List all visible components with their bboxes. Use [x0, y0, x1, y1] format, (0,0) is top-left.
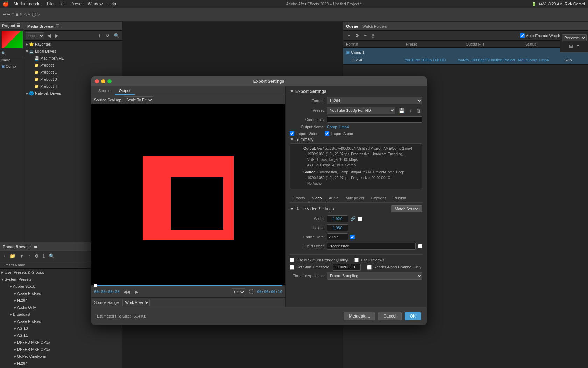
output-name-link[interactable]: Comp 1.mp4 — [327, 125, 349, 129]
height-input[interactable] — [327, 224, 348, 231]
timecode-value-input[interactable] — [333, 264, 361, 271]
frame-rate-input[interactable] — [327, 233, 348, 240]
upload-preset-btn[interactable]: ↑ — [27, 253, 32, 259]
field-order-input[interactable] — [327, 243, 416, 250]
menu-preset[interactable]: Preset — [71, 1, 83, 6]
output-tab[interactable]: Output — [115, 87, 135, 95]
summary-header[interactable]: ▼ Summary — [290, 137, 422, 142]
export-settings-header[interactable]: ▼ Export Settings — [290, 89, 422, 94]
preboot1-item[interactable]: 📁 Preboot 1 — [24, 69, 122, 76]
location-dropdown[interactable]: Local — [26, 32, 44, 39]
max-quality-checkbox[interactable] — [290, 258, 294, 262]
info-preset-btn[interactable]: ℹ — [42, 253, 46, 259]
metadata-button[interactable]: Metadata... — [344, 312, 375, 320]
source-tab[interactable]: Source — [94, 87, 115, 95]
width-input[interactable] — [327, 215, 348, 222]
duplicate-queue-btn[interactable]: ⎘ — [370, 32, 376, 39]
export-audio-checkbox[interactable] — [325, 131, 329, 136]
remove-queue-btn[interactable]: − — [363, 32, 369, 39]
queue-preset-value[interactable]: YouTube 1080p Full HD — [405, 58, 458, 62]
source-scaling-select[interactable]: Scale To Fit — [124, 96, 153, 103]
folder-preset-btn[interactable]: 📁 — [8, 253, 17, 259]
menu-edit[interactable]: Edit — [58, 1, 66, 6]
refresh-btn[interactable]: ↺ — [104, 32, 111, 39]
use-previews-checkbox[interactable] — [354, 258, 359, 262]
search-btn[interactable]: 🔍 — [112, 32, 121, 39]
timeline-scrubber[interactable] — [94, 285, 282, 286]
recommended-dropdown[interactable]: Recommended — [562, 34, 587, 41]
source-range-select[interactable]: Work Area — [122, 299, 150, 306]
queue-output-value[interactable]: /var/fo...0000gq/T/Untitled Project_AME/… — [458, 58, 565, 62]
filter-btn[interactable]: ⊤ — [96, 32, 103, 39]
down-preset-btn[interactable]: ▼ — [18, 253, 26, 259]
set-timecode-checkbox[interactable] — [290, 265, 294, 270]
multiplexer-tab-btn[interactable]: Multiplexer — [342, 195, 368, 202]
use-previews-label: Use Previews — [361, 258, 384, 262]
settings-preset-btn[interactable]: ⚙ — [33, 253, 40, 259]
captions-tab-btn[interactable]: Captions — [368, 195, 390, 202]
apple-menu[interactable]: 🍎 — [3, 1, 9, 7]
h264-2-item[interactable]: ▶ H.264 — [0, 360, 122, 367]
queue-tab[interactable]: Queue — [346, 24, 358, 28]
search-preset-btn[interactable]: 🔍 — [48, 253, 56, 259]
rewind-btn[interactable]: ◀◀ — [122, 288, 132, 295]
gopro-item[interactable]: ▶ GoPro CineForm — [0, 353, 122, 360]
link-dimensions-icon[interactable]: 🔗 — [350, 216, 356, 222]
as10-item[interactable]: ▶ AS-10 — [0, 325, 122, 332]
save-preset-btn[interactable]: 💾 — [398, 107, 406, 114]
favorites-item[interactable]: ▶ ⭐ Favorites — [24, 41, 122, 48]
import-preset-btn[interactable]: ↓ — [408, 107, 413, 114]
match-source-button[interactable]: Match Source — [391, 205, 422, 212]
cancel-button[interactable]: Cancel — [378, 312, 401, 320]
maximize-button[interactable] — [107, 79, 112, 83]
fullscreen-btn[interactable]: ⛶ — [247, 288, 255, 295]
menu-help[interactable]: Help — [107, 1, 116, 6]
local-drives-item[interactable]: ▶ 💻 Local Drives — [24, 48, 122, 55]
ok-button[interactable]: OK — [405, 312, 421, 320]
export-video-checkbox[interactable] — [290, 131, 294, 136]
nav-forward-btn[interactable]: ▶ — [54, 32, 60, 39]
field-order-checkbox[interactable] — [418, 244, 422, 248]
menu-media-encoder[interactable]: Media Encoder — [14, 1, 42, 6]
macintosh-hd-item[interactable]: 💾 Macintosh HD — [24, 55, 122, 62]
panel-menu-icon[interactable]: ☰ — [16, 23, 20, 28]
video-tab-btn[interactable]: Video — [308, 195, 325, 202]
auto-encode-checkbox[interactable] — [520, 33, 525, 38]
width-checkbox[interactable] — [358, 217, 362, 221]
media-browser-menu[interactable]: ☰ — [56, 24, 59, 28]
minimize-button[interactable] — [101, 79, 105, 83]
search-bar[interactable]: 🔍 — [1, 51, 23, 55]
scrubber-handle[interactable] — [94, 284, 97, 287]
add-queue-btn[interactable]: + — [346, 32, 352, 39]
add-preset-btn[interactable]: + — [1, 253, 7, 259]
dnxhr-item[interactable]: ▶ DNxHR MXF OP1a — [0, 346, 122, 353]
dnxhd-item[interactable]: ▶ DNxHD MXF OP1a — [0, 339, 122, 346]
audio-tab-btn[interactable]: Audio — [325, 195, 342, 202]
format-select[interactable]: H.264 — [327, 97, 422, 104]
time-interp-select[interactable]: Frame Sampling — [327, 272, 422, 280]
menu-window[interactable]: Window — [88, 1, 103, 6]
preboot-item[interactable]: 📁 Preboot — [24, 62, 122, 69]
publish-tab-btn[interactable]: Publish — [390, 195, 410, 202]
as11-item[interactable]: ▶ AS-11 — [0, 332, 122, 339]
comments-input[interactable] — [327, 116, 422, 123]
close-button[interactable] — [95, 79, 99, 83]
grid-view-btn[interactable]: ⊞ — [568, 43, 574, 49]
delete-preset-btn[interactable]: 🗑 — [415, 107, 422, 114]
queue-settings-btn[interactable]: ⚙ — [354, 32, 361, 39]
effects-tab-btn[interactable]: Effects — [290, 195, 308, 202]
preset-browser-menu[interactable]: ☰ — [34, 244, 37, 249]
render-alpha-checkbox[interactable] — [367, 265, 372, 270]
queue-comp-row[interactable]: ▣ Comp 1 H.264 YouTube 1080p Full HD /va… — [343, 48, 588, 65]
preset-select[interactable]: YouTube 1080p Full HD — [327, 107, 396, 114]
comp-item[interactable]: ▣ Comp — [0, 63, 24, 70]
frame-rate-checkbox[interactable] — [350, 235, 355, 239]
queue-item-row: H.264 YouTube 1080p Full HD /var/fo...00… — [346, 56, 585, 64]
nav-back-btn[interactable]: ◀ — [46, 32, 52, 39]
list-view-btn[interactable]: ≡ — [575, 43, 581, 49]
watch-folders-tab[interactable]: Watch Folders — [362, 24, 387, 28]
zoom-select[interactable]: Fit — [232, 288, 245, 295]
play-btn[interactable]: ▶ — [134, 288, 140, 295]
menu-file[interactable]: File — [47, 1, 54, 6]
basic-video-header[interactable]: ▼ Basic Video Settings Match Source — [290, 205, 422, 212]
